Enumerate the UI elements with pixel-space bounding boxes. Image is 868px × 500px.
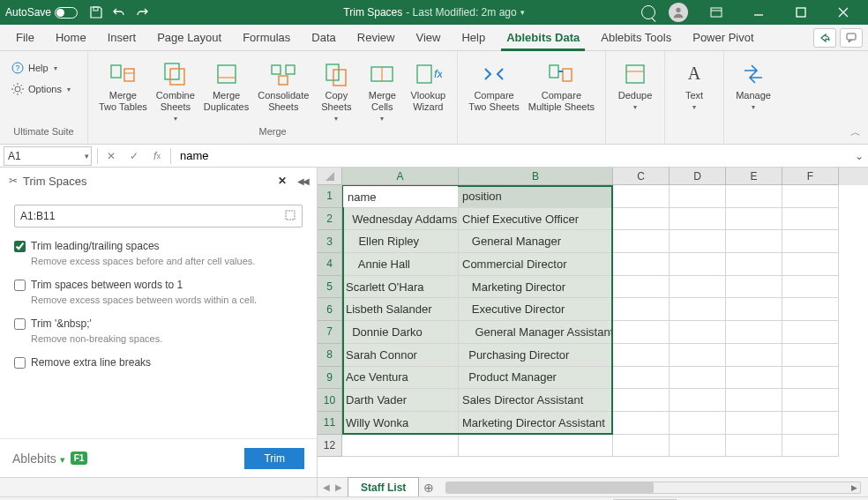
tab-home[interactable]: Home bbox=[45, 25, 97, 51]
scroll-right-icon[interactable]: ▶ bbox=[848, 482, 860, 493]
merge-cells-button[interactable]: Merge Cells▾ bbox=[360, 58, 404, 124]
cell[interactable] bbox=[782, 344, 839, 367]
tab-powerpivot[interactable]: Power Pivot bbox=[682, 25, 764, 51]
cell[interactable]: Purchasing Director bbox=[459, 344, 613, 367]
row-header[interactable]: 11 bbox=[318, 412, 342, 435]
tab-ablebits-data[interactable]: Ablebits Data bbox=[496, 25, 590, 51]
trim-leading-trailing-checkbox[interactable]: Trim leading/trailing spaces bbox=[14, 240, 303, 252]
col-header-F[interactable]: F bbox=[782, 168, 839, 185]
formula-input[interactable] bbox=[173, 146, 850, 166]
cell[interactable] bbox=[670, 412, 726, 435]
cell[interactable]: Lisbeth Salander bbox=[342, 298, 459, 321]
cancel-formula-icon[interactable]: ✕ bbox=[100, 146, 123, 166]
cell[interactable]: Commercial Director bbox=[459, 253, 613, 276]
combine-sheets-button[interactable]: Combine Sheets▾ bbox=[153, 58, 198, 124]
new-sheet-button[interactable]: ⊕ bbox=[419, 478, 438, 496]
scrollbar-thumb[interactable] bbox=[446, 482, 653, 493]
cell[interactable] bbox=[782, 367, 839, 390]
tab-data[interactable]: Data bbox=[301, 25, 346, 51]
cell[interactable]: Ellen Ripley bbox=[342, 230, 459, 253]
cell[interactable] bbox=[726, 344, 782, 367]
cell[interactable] bbox=[782, 389, 839, 412]
row-header[interactable]: 7 bbox=[318, 321, 342, 344]
comments-button[interactable] bbox=[840, 28, 863, 48]
cell[interactable] bbox=[613, 344, 670, 367]
minimize-button[interactable] bbox=[739, 0, 778, 25]
row-header[interactable]: 3 bbox=[318, 230, 342, 253]
tab-view[interactable]: View bbox=[405, 25, 451, 51]
cell[interactable] bbox=[726, 435, 782, 458]
merge-duplicates-button[interactable]: Merge Duplicates bbox=[200, 58, 252, 115]
cell[interactable]: position bbox=[459, 185, 613, 208]
col-header-A[interactable]: A bbox=[342, 168, 459, 185]
row-header[interactable]: 4 bbox=[318, 253, 342, 276]
col-header-B[interactable]: B bbox=[459, 168, 613, 185]
cell[interactable] bbox=[726, 321, 782, 344]
cell[interactable] bbox=[726, 367, 782, 390]
tab-file[interactable]: File bbox=[5, 25, 45, 51]
text-button[interactable]: AText▾ bbox=[672, 58, 716, 113]
cell[interactable] bbox=[670, 276, 726, 299]
tab-pagelayout[interactable]: Page Layout bbox=[146, 25, 232, 51]
row-header[interactable]: 9 bbox=[318, 367, 342, 390]
tab-ablebits-tools[interactable]: Ablebits Tools bbox=[590, 25, 682, 51]
cell[interactable] bbox=[670, 298, 726, 321]
cell[interactable] bbox=[782, 208, 839, 231]
expand-formula-bar-icon[interactable]: ⌄ bbox=[850, 150, 868, 162]
collapse-ribbon-icon[interactable]: ︿ bbox=[850, 125, 861, 140]
cell[interactable] bbox=[613, 253, 670, 276]
tab-formulas[interactable]: Formulas bbox=[232, 25, 301, 51]
redo-icon[interactable] bbox=[132, 3, 152, 22]
row-header[interactable]: 8 bbox=[318, 344, 342, 367]
cell[interactable] bbox=[782, 435, 839, 458]
cell[interactable]: Darth Vader bbox=[342, 389, 459, 412]
col-header-C[interactable]: C bbox=[613, 168, 670, 185]
row-header[interactable]: 2 bbox=[318, 208, 342, 231]
chevron-down-icon[interactable]: ▾ bbox=[520, 8, 525, 17]
merge-two-tables-button[interactable]: Merge Two Tables bbox=[95, 58, 151, 115]
row-header[interactable]: 5 bbox=[318, 276, 342, 299]
cell[interactable] bbox=[670, 253, 726, 276]
cell[interactable] bbox=[613, 208, 670, 231]
account-avatar[interactable] bbox=[669, 3, 688, 22]
cell[interactable] bbox=[613, 276, 670, 299]
cell[interactable] bbox=[613, 435, 670, 458]
f1-badge[interactable]: F1 bbox=[71, 451, 88, 465]
cell[interactable] bbox=[726, 230, 782, 253]
cell[interactable] bbox=[670, 389, 726, 412]
cell[interactable] bbox=[670, 321, 726, 344]
collapse-panel-icon[interactable]: ◀◀ bbox=[297, 176, 308, 186]
row-header[interactable]: 12 bbox=[318, 435, 342, 458]
cell[interactable] bbox=[782, 298, 839, 321]
cell[interactable] bbox=[726, 412, 782, 435]
cell[interactable] bbox=[613, 389, 670, 412]
cell[interactable] bbox=[726, 253, 782, 276]
enter-formula-icon[interactable]: ✓ bbox=[123, 146, 146, 166]
cell[interactable] bbox=[613, 367, 670, 390]
fx-icon[interactable]: fx bbox=[146, 146, 168, 166]
cell[interactable] bbox=[782, 321, 839, 344]
cell[interactable]: Ace Ventura bbox=[342, 367, 459, 390]
sheet-tab-staff-list[interactable]: Staff List bbox=[348, 477, 419, 496]
cell[interactable] bbox=[670, 185, 726, 208]
cell[interactable]: Marketing Director Assistant bbox=[459, 412, 613, 435]
cell[interactable] bbox=[613, 185, 670, 208]
cell[interactable] bbox=[726, 276, 782, 299]
copy-sheets-button[interactable]: Copy Sheets▾ bbox=[314, 58, 358, 124]
cell[interactable] bbox=[726, 389, 782, 412]
cell[interactable] bbox=[782, 185, 839, 208]
save-icon[interactable] bbox=[86, 3, 106, 22]
cell[interactable]: Annie Hall bbox=[342, 253, 459, 276]
row-header[interactable]: 1 bbox=[318, 185, 342, 208]
compare-two-sheets-button[interactable]: Compare Two Sheets bbox=[465, 58, 522, 115]
close-button[interactable] bbox=[824, 0, 863, 25]
cell[interactable] bbox=[782, 230, 839, 253]
dedupe-button[interactable]: Dedupe▾ bbox=[613, 58, 657, 113]
manage-button[interactable]: Manage▾ bbox=[731, 58, 775, 113]
autosave-toggle[interactable]: AutoSave bbox=[5, 6, 78, 19]
cell[interactable] bbox=[613, 230, 670, 253]
help-button[interactable]: ?Help▾ bbox=[7, 58, 74, 78]
cell[interactable] bbox=[782, 253, 839, 276]
chevron-down-icon[interactable]: ▾ bbox=[85, 152, 89, 160]
cell[interactable]: Product Manager bbox=[459, 367, 613, 390]
